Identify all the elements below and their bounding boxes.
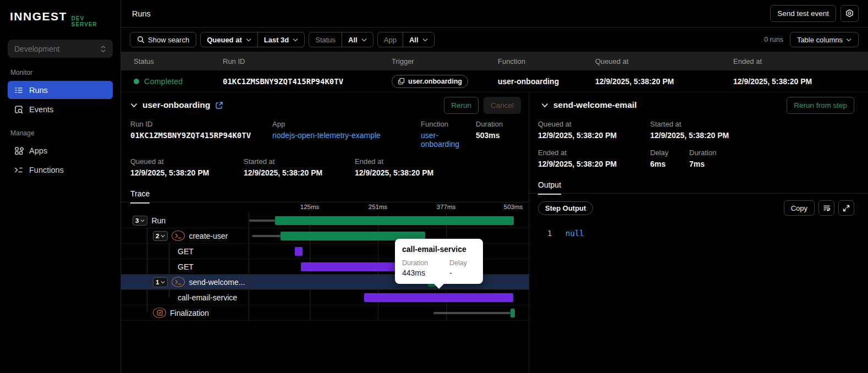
app-filter-dropdown[interactable]: All (403, 32, 434, 47)
settings-button[interactable] (840, 5, 859, 22)
trace-span-name: GET (178, 262, 194, 271)
trigger-pill[interactable]: user.onboarding (392, 75, 468, 88)
step-terminal-icon (172, 277, 185, 287)
sidebar-item-label: Runs (29, 86, 48, 95)
trace-span-name: Run (151, 216, 166, 225)
column-header: Ended at (733, 57, 868, 65)
collapse-count-badge[interactable]: 1 (153, 277, 168, 287)
chevron-down-icon[interactable] (130, 103, 138, 108)
queue-delay-line (433, 312, 510, 314)
ended-at-field: Ended at 12/9/2025, 5:38:20 PM (355, 157, 529, 177)
sidebar-item-label: Events (29, 105, 53, 114)
gear-icon (845, 9, 854, 18)
column-header: Function (498, 57, 595, 65)
sidebar-item-events[interactable]: Events (8, 100, 113, 118)
chevron-down-icon (293, 38, 298, 42)
page-header: Runs Send test event (121, 0, 868, 28)
span-duration-bar[interactable] (510, 309, 515, 317)
finalization-check-icon (153, 308, 166, 318)
trace-row-label: 3Run (121, 213, 249, 228)
status-filter-group: Status All (309, 32, 373, 47)
axis-tick-label: 377ms (437, 204, 456, 210)
show-search-button[interactable]: Show search (130, 32, 196, 47)
run-title: user-onboarding (142, 100, 210, 110)
step-duration-field: Duration 7ms (689, 149, 868, 168)
trace-row-timeline (249, 228, 529, 243)
functions-icon (14, 165, 24, 175)
tooltip-duration-value: 443ms (402, 268, 449, 277)
time-field-dropdown[interactable]: Queued at (201, 32, 257, 47)
trace-row-timeline (249, 259, 529, 274)
queue-delay-line (249, 220, 275, 222)
trace-row[interactable]: 3Run (121, 213, 529, 228)
table-row[interactable]: Completed 01KC1ZMSBNY9ZQT415RP94K0TV use… (121, 70, 868, 92)
app-link[interactable]: nodejs-open-telemetry-example (272, 131, 421, 140)
sidebar-item-apps[interactable]: Apps (8, 141, 113, 160)
sidebar-section-manage: Manage Apps Functions (8, 129, 113, 179)
apps-icon (14, 146, 24, 156)
axis-tick-label: 503ms (504, 204, 523, 210)
event-copy-icon (398, 78, 405, 85)
sidebar-item-functions[interactable]: Functions (8, 161, 113, 179)
monitor-label: Monitor (8, 69, 113, 76)
sidebar-item-label: Apps (29, 146, 47, 155)
tab-output[interactable]: Output (538, 180, 561, 195)
status-cell: Completed (134, 77, 223, 86)
column-header: Trigger (392, 57, 498, 65)
run-detail-panel: user-onboarding Rerun Cancel Run ID 01KC… (121, 92, 529, 373)
queue-delay-line (252, 235, 281, 237)
table-columns-button[interactable]: Table columns (790, 32, 859, 47)
queued-at-cell: 12/9/2025, 5:38:20 PM (595, 77, 733, 86)
word-wrap-button[interactable] (818, 200, 834, 216)
time-range-dropdown[interactable]: Last 3d (257, 32, 305, 47)
chevron-down-icon[interactable] (541, 103, 548, 108)
ended-at-cell: 12/9/2025, 5:38:20 PM (733, 77, 868, 86)
external-link-icon[interactable] (215, 101, 223, 109)
trace-span-name: GET (178, 247, 194, 256)
axis-tick-label: 251ms (369, 204, 388, 210)
column-header: Queued at (595, 57, 733, 65)
status-filter-dropdown[interactable]: All (342, 32, 373, 47)
search-icon (137, 36, 145, 43)
step-terminal-icon (172, 231, 185, 241)
trace-row-timeline (249, 290, 529, 305)
code-value: null (565, 229, 584, 238)
function-link[interactable]: user-onboarding (421, 131, 476, 149)
copy-button[interactable]: Copy (784, 200, 815, 216)
filter-bar: Show search Queued at Last 3d Status All (121, 28, 868, 52)
axis-tick-label: 125ms (300, 204, 320, 210)
trace-row[interactable]: call-email-service (121, 290, 529, 305)
app-root: INNGEST DEV SERVER Development Monitor R… (0, 0, 868, 373)
span-duration-bar[interactable] (364, 293, 513, 302)
trace-row-label: call-email-service (121, 290, 249, 305)
span-duration-bar[interactable] (275, 216, 514, 225)
expand-button[interactable] (838, 200, 854, 216)
tab-trace[interactable]: Trace (130, 189, 150, 204)
trace-row[interactable]: Finalization (121, 305, 529, 321)
trace-row-label: GET (121, 259, 249, 274)
rerun-from-step-button[interactable]: Rerun from step (787, 97, 854, 114)
trace-row-timeline (249, 275, 529, 289)
page-title: Runs (132, 9, 151, 18)
span-duration-bar[interactable] (295, 247, 303, 256)
run-id-cell: 01KC1ZMSBNY9ZQT415RP94K0TV (223, 77, 392, 86)
trace-row-timeline (249, 213, 529, 228)
chevron-down-icon (246, 38, 251, 42)
collapse-count-badge[interactable]: 3 (133, 216, 147, 226)
trace-span-name: Finalization (170, 309, 209, 317)
send-test-event-button[interactable]: Send test event (770, 5, 836, 22)
run-id-field: Run ID 01KC1ZMSBNY9ZQT415RP94K0TV (130, 120, 272, 149)
step-ended-at-field: Ended at 12/9/2025, 5:38:20 PM (538, 149, 650, 168)
trace-span-name: call-email-service (178, 293, 237, 302)
environment-select[interactable]: Development (8, 40, 113, 58)
rerun-button[interactable]: Rerun (444, 97, 479, 114)
tooltip-duration-label: Duration (402, 259, 449, 267)
started-at-field: Started at 12/9/2025, 5:38:20 PM (244, 157, 355, 177)
function-field: Function user-onboarding (421, 120, 476, 149)
chevron-down-icon (846, 38, 851, 42)
cancel-button[interactable]: Cancel (484, 97, 521, 114)
app-field: App nodejs-open-telemetry-example (272, 120, 421, 149)
collapse-count-badge[interactable]: 2 (153, 231, 168, 241)
app-filter-group: App All (377, 32, 435, 47)
sidebar-item-runs[interactable]: Runs (8, 81, 113, 99)
